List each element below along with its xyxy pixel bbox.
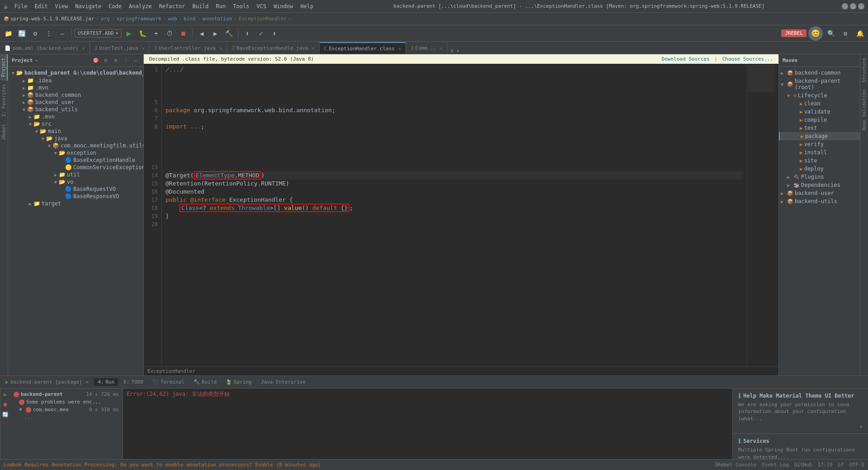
code-minimap[interactable] bbox=[747, 64, 778, 366]
close-tab-baseexception[interactable]: ✕ bbox=[312, 46, 315, 51]
download-sources-link[interactable]: Download Sources bbox=[662, 56, 710, 62]
menu-window[interactable]: Window bbox=[271, 2, 296, 10]
choose-sources-link[interactable]: Choose Sources... bbox=[722, 56, 773, 62]
close-button[interactable]: ✕ bbox=[858, 3, 864, 9]
settings-button[interactable]: ⚙ bbox=[29, 27, 42, 40]
tab-common[interactable]: J Comm... ✕ bbox=[406, 42, 448, 54]
run-stop-btn[interactable]: ⏹ bbox=[1, 400, 9, 408]
menu-refactor[interactable]: Refactor bbox=[156, 2, 188, 10]
menu-run[interactable]: Run bbox=[213, 2, 229, 10]
hide-panel-button[interactable]: — bbox=[132, 57, 140, 65]
breadcrumb-bind[interactable]: bind bbox=[184, 16, 196, 22]
run-coverage[interactable]: ☂ bbox=[150, 27, 162, 40]
tab-baseexception[interactable]: J BaseExceptionHandle.java ✕ bbox=[227, 42, 320, 54]
tree-item-main[interactable]: ▼ 📂 main bbox=[8, 128, 143, 135]
breadcrumb-web[interactable]: web bbox=[168, 16, 177, 22]
run-tab-run[interactable]: 4: Run bbox=[94, 378, 118, 386]
vcs-commit[interactable]: ✓ bbox=[255, 27, 267, 40]
run-item-sub[interactable]: ... bbox=[10, 413, 123, 421]
line-ending-status[interactable]: LF bbox=[838, 462, 844, 468]
tree-item-baseresponse[interactable]: ▶ 🔵 BaseResponseVO bbox=[8, 193, 143, 200]
tab-exceptionhandler[interactable]: C ExceptionHandler.class ✕ bbox=[320, 42, 406, 54]
run-play-btn[interactable]: ▶ bbox=[1, 390, 9, 399]
breadcrumb-springframework[interactable]: springframework bbox=[117, 16, 161, 22]
menu-build[interactable]: Build bbox=[189, 2, 211, 10]
run-item-mooc[interactable]: ▼ com.mooc.mee 9 s 310 ms bbox=[10, 406, 123, 413]
tree-item-base-exception-handle[interactable]: ▶ 🔵 BaseExceptionHandle bbox=[8, 157, 143, 164]
code-editor[interactable]: /.../ package org.springframework.web.bi… bbox=[162, 64, 747, 366]
back-button[interactable]: ◀ bbox=[195, 27, 208, 40]
side-tab-structure[interactable]: Structure bbox=[861, 54, 868, 86]
menu-code[interactable]: Code bbox=[106, 2, 124, 10]
maven-compile[interactable]: ▶ ▶ compile bbox=[779, 116, 860, 124]
side-tab-bean-validation[interactable]: Bean Validation bbox=[861, 86, 868, 134]
vtab-favorites[interactable]: 2: Favorites bbox=[0, 81, 7, 120]
run-button[interactable]: ▶ bbox=[123, 27, 135, 40]
maven-clean[interactable]: ▶ ▶ clean bbox=[779, 100, 860, 108]
maven-test[interactable]: ▶ ▶ test bbox=[779, 124, 860, 132]
maven-plugins[interactable]: ▶ 🔌 Plugins bbox=[779, 173, 860, 181]
breadcrumb-jar[interactable]: 📦 spring-web-5.1.9.RELEASE.jar bbox=[4, 16, 94, 22]
maven-backend-utils[interactable]: ▶ 📦 backend-utils bbox=[779, 197, 860, 205]
panel-more-button[interactable]: ⋮ bbox=[122, 57, 130, 65]
menu-tools[interactable]: Tools bbox=[230, 2, 252, 10]
run-tab-terminal[interactable]: ⬛ Terminal bbox=[149, 378, 188, 386]
build-button[interactable]: 🔨 bbox=[222, 27, 235, 40]
vcs-update[interactable]: ⬇ bbox=[241, 27, 254, 40]
notif-help-more[interactable]: ▾ bbox=[859, 424, 863, 430]
tree-item-util[interactable]: ▶ 📁 util bbox=[8, 171, 143, 178]
notifications[interactable]: 🔔 bbox=[854, 27, 866, 40]
vcs-push[interactable]: ⬆ bbox=[268, 27, 281, 40]
vtab-jrebel[interactable]: JRebel bbox=[0, 120, 7, 144]
project-dropdown[interactable]: ▾ bbox=[35, 58, 38, 63]
maven-backend-user[interactable]: ▶ 📦 backend-user bbox=[779, 189, 860, 197]
window-controls[interactable]: ─ □ ✕ bbox=[842, 3, 864, 9]
close-tab-exceptionhandler[interactable]: ✕ bbox=[398, 46, 401, 51]
breadcrumb-annotation[interactable]: annotation bbox=[202, 16, 232, 22]
tree-item-idea[interactable]: ▶ 📁 .idea bbox=[8, 77, 143, 84]
menu-file[interactable]: File bbox=[12, 2, 30, 10]
panel-settings-button[interactable]: ⚙ bbox=[112, 57, 120, 65]
locate-file-button[interactable]: 🎯 bbox=[92, 57, 100, 65]
run-item-backend-parent[interactable]: backend-parent 14 s 726 ms bbox=[10, 390, 123, 398]
run-tab-spring[interactable]: 🍃 Spring bbox=[222, 378, 255, 386]
more-button[interactable]: ⋮ bbox=[42, 27, 55, 40]
tree-root[interactable]: ▼ 📂 backend_parent G:\code\cloud\backend… bbox=[8, 69, 143, 77]
more-tabs[interactable]: 4 ▾ bbox=[448, 48, 462, 54]
menu-navigate[interactable]: Navigate bbox=[72, 2, 104, 10]
breadcrumb-org[interactable]: org bbox=[101, 16, 110, 22]
close-tab-usertest[interactable]: ✕ bbox=[142, 46, 144, 51]
tree-item-target[interactable]: ▶ 📁 target bbox=[8, 200, 143, 207]
tree-item-exception[interactable]: ▼ 📂 exception bbox=[8, 149, 143, 157]
maven-package[interactable]: ▶ ▶ package bbox=[779, 132, 860, 140]
tab-pom-xml[interactable]: 📄 pom.xml (backend-user) ✕ bbox=[0, 42, 90, 54]
profile-button[interactable]: ⏱ bbox=[163, 27, 176, 40]
github-status[interactable]: GitHub bbox=[794, 462, 812, 468]
run-item-problems[interactable]: Some problems were enc... bbox=[10, 398, 123, 406]
tree-item-backend-common[interactable]: ▶ 📦 backend_common bbox=[8, 91, 143, 99]
run-config-dropdown[interactable]: USERTEST.ADD ▾ bbox=[75, 29, 122, 38]
jrebel-console-status[interactable]: JRebel Console bbox=[714, 462, 756, 468]
breadcrumb-exceptionhandler[interactable]: ExceptionHandler bbox=[239, 16, 287, 22]
tree-item-package[interactable]: ▼ 📦 com.mooc.meetingfilm.utils bbox=[8, 142, 143, 149]
vtab-project[interactable]: Project bbox=[0, 54, 8, 81]
maven-verify[interactable]: ▶ ▶ verify bbox=[779, 140, 860, 148]
tab-usercontroller[interactable]: J UserController.java ✕ bbox=[149, 42, 227, 54]
run-tab-todo[interactable]: 6: TODO bbox=[120, 378, 147, 386]
collapse-button[interactable]: — bbox=[56, 27, 69, 40]
user-avatar[interactable]: 😊 bbox=[808, 26, 823, 41]
maven-lifecycle[interactable]: ▼ ⚙ Lifecycle bbox=[779, 91, 860, 100]
sync-button[interactable]: 🔄 bbox=[15, 27, 28, 40]
project-tree-toggle[interactable]: 📁 bbox=[2, 27, 14, 40]
minimize-button[interactable]: ─ bbox=[842, 3, 848, 9]
debug-button[interactable]: 🐛 bbox=[136, 27, 149, 40]
menu-view[interactable]: View bbox=[52, 2, 71, 10]
tree-item-baserequest[interactable]: ▶ 🔵 BaseRequestVO bbox=[8, 185, 143, 193]
tree-item-common-service-exception[interactable]: ▶ 🟡 CommonServiceException bbox=[8, 164, 143, 171]
clock-status[interactable]: 17:19 bbox=[818, 462, 833, 468]
maven-dependencies[interactable]: ▶ 📚 Dependencies bbox=[779, 181, 860, 189]
tree-item-backend-utils[interactable]: ▼ 📦 backend_utils bbox=[8, 106, 143, 113]
menu-bar[interactable]: File Edit View Navigate Code Analyze Ref… bbox=[12, 2, 316, 10]
maven-site[interactable]: ▶ ▶ site bbox=[779, 157, 860, 165]
tree-item-mvn-utils[interactable]: ▶ 📁 .mvn bbox=[8, 113, 143, 120]
